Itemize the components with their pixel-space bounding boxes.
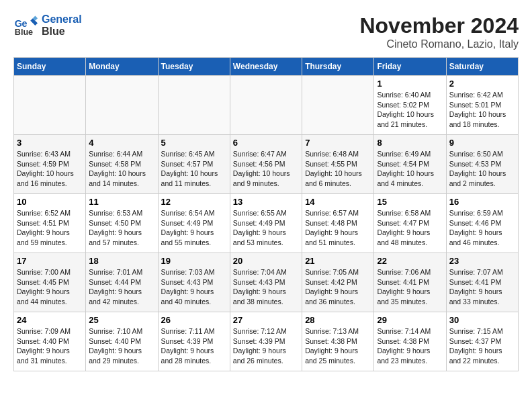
day-number: 30 bbox=[449, 315, 515, 325]
day-number: 23 bbox=[449, 256, 515, 266]
day-number: 25 bbox=[89, 315, 154, 325]
day-number: 5 bbox=[161, 138, 227, 148]
day-info: Sunrise: 7:04 AM Sunset: 4:43 PM Dayligh… bbox=[233, 267, 299, 307]
calendar-cell: 22Sunrise: 7:06 AM Sunset: 4:41 PM Dayli… bbox=[374, 253, 446, 312]
calendar-cell: 19Sunrise: 7:03 AM Sunset: 4:43 PM Dayli… bbox=[158, 253, 230, 312]
page-header: G e Blue General Blue November 2024 Cine… bbox=[13, 13, 519, 50]
calendar-cell: 21Sunrise: 7:05 AM Sunset: 4:42 PM Dayli… bbox=[302, 253, 374, 312]
day-info: Sunrise: 6:45 AM Sunset: 4:57 PM Dayligh… bbox=[161, 149, 227, 189]
day-number: 12 bbox=[161, 197, 227, 207]
day-number: 29 bbox=[377, 315, 443, 325]
weekday-header-thursday: Thursday bbox=[302, 58, 374, 76]
day-number: 24 bbox=[17, 315, 83, 325]
day-info: Sunrise: 7:06 AM Sunset: 4:41 PM Dayligh… bbox=[377, 267, 443, 307]
calendar-week-4: 17Sunrise: 7:00 AM Sunset: 4:45 PM Dayli… bbox=[14, 253, 519, 312]
calendar-cell: 12Sunrise: 6:54 AM Sunset: 4:49 PM Dayli… bbox=[158, 194, 230, 253]
calendar-cell: 9Sunrise: 6:50 AM Sunset: 4:53 PM Daylig… bbox=[446, 135, 518, 194]
day-number: 21 bbox=[305, 256, 371, 266]
day-info: Sunrise: 6:49 AM Sunset: 4:54 PM Dayligh… bbox=[377, 149, 443, 189]
calendar-cell: 20Sunrise: 7:04 AM Sunset: 4:43 PM Dayli… bbox=[230, 253, 302, 312]
day-number: 14 bbox=[305, 197, 371, 207]
calendar-cell bbox=[158, 76, 230, 135]
day-info: Sunrise: 6:43 AM Sunset: 4:59 PM Dayligh… bbox=[17, 149, 83, 189]
day-info: Sunrise: 7:13 AM Sunset: 4:38 PM Dayligh… bbox=[305, 326, 371, 366]
svg-text:e: e bbox=[22, 18, 28, 29]
calendar-cell: 3Sunrise: 6:43 AM Sunset: 4:59 PM Daylig… bbox=[14, 135, 86, 194]
day-number: 18 bbox=[89, 256, 154, 266]
day-number: 10 bbox=[17, 197, 83, 207]
calendar-cell: 11Sunrise: 6:53 AM Sunset: 4:50 PM Dayli… bbox=[86, 194, 158, 253]
day-info: Sunrise: 7:11 AM Sunset: 4:39 PM Dayligh… bbox=[161, 326, 227, 366]
weekday-header-wednesday: Wednesday bbox=[230, 58, 302, 76]
calendar-week-1: 1Sunrise: 6:40 AM Sunset: 5:02 PM Daylig… bbox=[14, 76, 519, 135]
day-number: 16 bbox=[449, 197, 515, 207]
calendar-cell: 15Sunrise: 6:58 AM Sunset: 4:47 PM Dayli… bbox=[374, 194, 446, 253]
day-number: 4 bbox=[89, 138, 154, 148]
calendar-cell: 27Sunrise: 7:12 AM Sunset: 4:39 PM Dayli… bbox=[230, 312, 302, 371]
day-info: Sunrise: 6:44 AM Sunset: 4:58 PM Dayligh… bbox=[89, 149, 154, 189]
day-info: Sunrise: 6:53 AM Sunset: 4:50 PM Dayligh… bbox=[89, 208, 154, 248]
calendar-cell bbox=[302, 76, 374, 135]
calendar-cell: 8Sunrise: 6:49 AM Sunset: 4:54 PM Daylig… bbox=[374, 135, 446, 194]
weekday-header-saturday: Saturday bbox=[446, 58, 518, 76]
day-info: Sunrise: 6:57 AM Sunset: 4:48 PM Dayligh… bbox=[305, 208, 371, 248]
logo-icon: G e Blue bbox=[13, 13, 38, 38]
svg-text:G: G bbox=[15, 18, 22, 29]
day-info: Sunrise: 7:10 AM Sunset: 4:40 PM Dayligh… bbox=[89, 326, 154, 366]
day-info: Sunrise: 7:14 AM Sunset: 4:38 PM Dayligh… bbox=[377, 326, 443, 366]
calendar-cell: 25Sunrise: 7:10 AM Sunset: 4:40 PM Dayli… bbox=[86, 312, 158, 371]
day-info: Sunrise: 7:07 AM Sunset: 4:41 PM Dayligh… bbox=[449, 267, 515, 307]
weekday-header-sunday: Sunday bbox=[14, 58, 86, 76]
day-info: Sunrise: 6:52 AM Sunset: 4:51 PM Dayligh… bbox=[17, 208, 83, 248]
day-info: Sunrise: 6:59 AM Sunset: 4:46 PM Dayligh… bbox=[449, 208, 515, 248]
weekday-header-tuesday: Tuesday bbox=[158, 58, 230, 76]
day-number: 26 bbox=[161, 315, 227, 325]
day-number: 13 bbox=[233, 197, 299, 207]
calendar-cell: 2Sunrise: 6:42 AM Sunset: 5:01 PM Daylig… bbox=[446, 76, 518, 135]
month-title: November 2024 bbox=[359, 13, 519, 38]
day-number: 20 bbox=[233, 256, 299, 266]
calendar-cell bbox=[14, 76, 86, 135]
calendar-cell: 4Sunrise: 6:44 AM Sunset: 4:58 PM Daylig… bbox=[86, 135, 158, 194]
day-info: Sunrise: 6:55 AM Sunset: 4:49 PM Dayligh… bbox=[233, 208, 299, 248]
day-number: 19 bbox=[161, 256, 227, 266]
day-number: 27 bbox=[233, 315, 299, 325]
day-info: Sunrise: 7:03 AM Sunset: 4:43 PM Dayligh… bbox=[161, 267, 227, 307]
calendar-cell: 29Sunrise: 7:14 AM Sunset: 4:38 PM Dayli… bbox=[374, 312, 446, 371]
logo: G e Blue General Blue bbox=[13, 13, 82, 38]
day-number: 9 bbox=[449, 138, 515, 148]
day-info: Sunrise: 7:00 AM Sunset: 4:45 PM Dayligh… bbox=[17, 267, 83, 307]
svg-text:Blue: Blue bbox=[15, 28, 33, 37]
calendar-cell: 26Sunrise: 7:11 AM Sunset: 4:39 PM Dayli… bbox=[158, 312, 230, 371]
weekday-header-friday: Friday bbox=[374, 58, 446, 76]
day-number: 28 bbox=[305, 315, 371, 325]
calendar-cell bbox=[86, 76, 158, 135]
calendar-cell: 16Sunrise: 6:59 AM Sunset: 4:46 PM Dayli… bbox=[446, 194, 518, 253]
calendar-cell: 13Sunrise: 6:55 AM Sunset: 4:49 PM Dayli… bbox=[230, 194, 302, 253]
day-info: Sunrise: 7:12 AM Sunset: 4:39 PM Dayligh… bbox=[233, 326, 299, 366]
day-number: 17 bbox=[17, 256, 83, 266]
day-info: Sunrise: 7:05 AM Sunset: 4:42 PM Dayligh… bbox=[305, 267, 371, 307]
calendar-cell: 18Sunrise: 7:01 AM Sunset: 4:44 PM Dayli… bbox=[86, 253, 158, 312]
calendar-table: SundayMondayTuesdayWednesdayThursdayFrid… bbox=[13, 57, 519, 371]
calendar-cell: 5Sunrise: 6:45 AM Sunset: 4:57 PM Daylig… bbox=[158, 135, 230, 194]
location-subtitle: Cineto Romano, Lazio, Italy bbox=[359, 38, 519, 50]
day-number: 22 bbox=[377, 256, 443, 266]
day-info: Sunrise: 6:40 AM Sunset: 5:02 PM Dayligh… bbox=[377, 90, 443, 130]
calendar-cell: 1Sunrise: 6:40 AM Sunset: 5:02 PM Daylig… bbox=[374, 76, 446, 135]
day-info: Sunrise: 6:54 AM Sunset: 4:49 PM Dayligh… bbox=[161, 208, 227, 248]
calendar-cell: 23Sunrise: 7:07 AM Sunset: 4:41 PM Dayli… bbox=[446, 253, 518, 312]
logo-text: General Blue bbox=[42, 13, 82, 38]
day-number: 1 bbox=[377, 79, 443, 89]
day-info: Sunrise: 6:47 AM Sunset: 4:56 PM Dayligh… bbox=[233, 149, 299, 189]
calendar-cell: 10Sunrise: 6:52 AM Sunset: 4:51 PM Dayli… bbox=[14, 194, 86, 253]
day-number: 7 bbox=[305, 138, 371, 148]
day-info: Sunrise: 6:58 AM Sunset: 4:47 PM Dayligh… bbox=[377, 208, 443, 248]
calendar-header: SundayMondayTuesdayWednesdayThursdayFrid… bbox=[14, 58, 519, 76]
calendar-week-3: 10Sunrise: 6:52 AM Sunset: 4:51 PM Dayli… bbox=[14, 194, 519, 253]
calendar-cell: 28Sunrise: 7:13 AM Sunset: 4:38 PM Dayli… bbox=[302, 312, 374, 371]
calendar-week-5: 24Sunrise: 7:09 AM Sunset: 4:40 PM Dayli… bbox=[14, 312, 519, 371]
weekday-header-monday: Monday bbox=[86, 58, 158, 76]
day-info: Sunrise: 7:15 AM Sunset: 4:37 PM Dayligh… bbox=[449, 326, 515, 366]
day-number: 15 bbox=[377, 197, 443, 207]
